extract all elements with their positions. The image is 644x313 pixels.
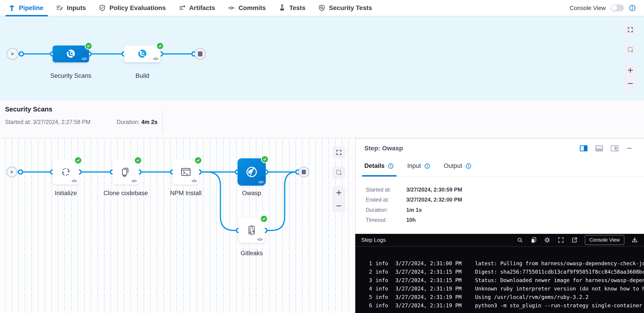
stage-fit-view-button[interactable] xyxy=(624,23,637,36)
settings-gear-icon[interactable] xyxy=(544,237,551,243)
step-label-gitleaks[interactable]: Gitleaks xyxy=(229,250,274,257)
log-message: Digest: sha256:7755011cdb13caf9f95051f8c… xyxy=(475,268,644,276)
log-message: Using /usr/local/rvm/gems/ruby-3.2.2 xyxy=(475,293,589,302)
tab-inputs[interactable]: Inputs xyxy=(56,4,86,11)
top-nav-bar: Pipeline Inputs Policy Evaluations xyxy=(0,0,644,16)
step-label-owasp[interactable]: Owasp xyxy=(229,190,274,197)
tab-pipeline[interactable]: Pipeline xyxy=(8,4,43,11)
search-icon[interactable] xyxy=(516,237,523,243)
zoom-out-icon[interactable] xyxy=(627,80,634,87)
step-logs-title: Step Logs xyxy=(361,237,386,243)
log-message: Status: Downloaded newer image for harne… xyxy=(475,276,644,285)
log-line: 2 info 3/27/2024, 2:31:15 PM Digest: sha… xyxy=(355,268,644,276)
detail-row-duration: Duration: 1m 1s xyxy=(366,207,422,213)
step-node-initialize[interactable]: </> xyxy=(52,159,79,185)
step-node-clone-codebase[interactable]: </> xyxy=(112,159,139,185)
success-badge xyxy=(74,156,82,164)
layout-right-split-icon[interactable] xyxy=(580,145,588,151)
info-icon xyxy=(424,163,430,169)
play-icon xyxy=(9,169,14,175)
success-badge xyxy=(260,215,268,223)
expand-fullscreen-icon[interactable] xyxy=(558,237,564,243)
stage-label-build[interactable]: Build xyxy=(120,72,165,79)
stage-node-security-scans[interactable]: </> xyxy=(52,45,89,62)
tab-policy-evaluations[interactable]: Policy Evaluations xyxy=(98,4,166,11)
inputs-icon xyxy=(56,4,63,11)
play-icon xyxy=(10,51,16,57)
stage-graph-canvas[interactable]: </> Security Scans </> Build xyxy=(0,16,644,100)
stage-label-security-scans[interactable]: Security Scans xyxy=(48,72,94,79)
zoom-in-icon[interactable] xyxy=(627,67,634,74)
step-label-clone-codebase[interactable]: Clone codebase xyxy=(103,190,148,197)
log-timestamp: 3/27/2024, 2:31:19 PM xyxy=(395,302,462,310)
tab-label: Input xyxy=(408,162,421,169)
step-node-gitleaks[interactable]: </> xyxy=(238,218,265,243)
initialize-icon xyxy=(60,166,72,178)
step-logs-header: Step Logs Console Vi xyxy=(355,234,644,247)
copy-icon[interactable] xyxy=(530,237,537,243)
log-level: info xyxy=(376,259,388,268)
steps-marquee-select-button[interactable] xyxy=(332,166,345,179)
commits-icon xyxy=(228,4,235,11)
zoom-in-icon[interactable] xyxy=(336,189,342,196)
log-level: info xyxy=(376,302,388,310)
stage-node-build[interactable]: </> xyxy=(124,45,160,62)
steps-zoom-controls xyxy=(332,186,345,213)
fullscreen-icon xyxy=(336,149,342,156)
artifacts-icon xyxy=(178,4,186,11)
detail-label: Ended at: xyxy=(366,197,406,203)
terminal-icon xyxy=(180,166,192,178)
step-graph-canvas[interactable]: </> Initialize </> Clone codebase </> NP… xyxy=(0,138,355,313)
log-line: 1 info 3/27/2024, 2:31:00 PM latest: Pul… xyxy=(355,259,644,268)
fullscreen-icon xyxy=(627,27,634,33)
tab-input[interactable]: Input xyxy=(408,162,430,169)
console-view-toggle[interactable] xyxy=(611,4,624,11)
info-icon xyxy=(466,163,472,169)
code-badge: </> xyxy=(257,237,262,242)
info-icon[interactable] xyxy=(629,4,636,11)
log-lines[interactable]: 1 info 3/27/2024, 2:31:00 PM latest: Pul… xyxy=(355,259,644,310)
stage-duration: Duration: 4m 2s xyxy=(116,119,157,125)
tab-tests[interactable]: Tests xyxy=(278,4,306,11)
tab-output[interactable]: Output xyxy=(444,162,472,169)
zoom-out-icon[interactable] xyxy=(336,202,342,209)
tab-artifacts[interactable]: Artifacts xyxy=(178,4,215,11)
step-logs-panel: Step Logs Console Vi xyxy=(355,234,644,313)
code-badge: </> xyxy=(153,57,158,61)
divider xyxy=(162,110,163,133)
step-node-npm-install[interactable]: </> xyxy=(172,159,199,185)
logs-console-view-button[interactable]: Console View xyxy=(585,235,624,245)
step-node-owasp[interactable]: </> xyxy=(238,158,266,186)
layout-bottom-split-icon[interactable] xyxy=(595,145,603,151)
stage-end-node xyxy=(194,48,206,60)
stage-info-title: Security Scans xyxy=(5,106,52,113)
minimize-icon[interactable] xyxy=(626,145,632,151)
security-tests-icon xyxy=(318,4,326,11)
tab-security-tests[interactable]: Security Tests xyxy=(318,4,372,11)
tab-label: Inputs xyxy=(67,4,86,11)
detail-row-started: Started at: 3/27/2024, 2:30:59 PM xyxy=(366,187,462,193)
tab-commits[interactable]: Commits xyxy=(228,4,266,11)
stage-marquee-select-button[interactable] xyxy=(624,43,637,56)
log-message: latest: Pulling from harness/owasp-depen… xyxy=(475,259,644,268)
step-label-initialize[interactable]: Initialize xyxy=(43,190,88,197)
detail-value: 3/27/2024, 2:32:00 PM xyxy=(406,197,462,203)
marquee-select-icon xyxy=(627,46,634,53)
download-icon[interactable] xyxy=(631,237,638,243)
stage-connectors xyxy=(0,16,644,100)
layout-floating-icon[interactable] xyxy=(611,145,618,151)
log-level: info xyxy=(376,276,388,285)
log-timestamp: 3/27/2024, 2:31:00 PM xyxy=(395,259,462,268)
log-message: python3 -m sto_plugin --run-strategy sin… xyxy=(475,302,642,310)
steps-fit-view-button[interactable] xyxy=(332,146,345,159)
stop-icon xyxy=(302,170,306,174)
open-in-new-icon[interactable] xyxy=(571,237,578,243)
log-line-number: 4 xyxy=(364,285,372,293)
panel-layout-controls xyxy=(580,145,632,151)
log-line-number: 3 xyxy=(364,276,372,285)
tab-details[interactable]: Details xyxy=(364,162,394,169)
log-message: Unknown ruby interpreter version (do not… xyxy=(475,285,644,293)
log-line-number: 6 xyxy=(364,302,372,310)
nav-right: Console View xyxy=(570,4,636,11)
step-label-npm-install[interactable]: NPM Install xyxy=(163,190,208,197)
